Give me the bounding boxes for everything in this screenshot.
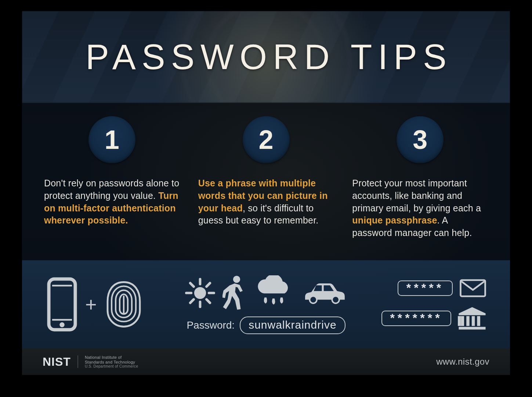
footer: NIST National Institute of Standards and… bbox=[22, 348, 510, 375]
svg-point-4 bbox=[59, 322, 65, 328]
tip-2: 2 Use a phrase with multiple words that … bbox=[198, 116, 334, 249]
bank-icon bbox=[458, 306, 486, 330]
pedestrian-icon bbox=[222, 275, 247, 311]
tip-badge-2: 2 bbox=[243, 116, 290, 163]
fingerprint-icon bbox=[104, 277, 144, 332]
masked-password-2: ******* bbox=[381, 311, 451, 326]
svg-rect-22 bbox=[458, 316, 461, 326]
tip-3-pre: Protect your most important accounts, li… bbox=[352, 178, 481, 213]
header-band: PASSWORD TIPS bbox=[22, 11, 510, 103]
icon-band: + bbox=[22, 260, 510, 348]
svg-point-16 bbox=[333, 297, 339, 303]
footer-divider bbox=[77, 355, 78, 368]
svg-rect-23 bbox=[459, 327, 485, 329]
svg-rect-18 bbox=[461, 316, 464, 326]
icon-col-mfa: + bbox=[44, 277, 184, 332]
nist-logo: NIST bbox=[43, 355, 71, 369]
svg-rect-20 bbox=[472, 316, 475, 326]
svg-rect-19 bbox=[466, 316, 470, 326]
tip-badge-1: 1 bbox=[88, 116, 135, 163]
svg-point-5 bbox=[194, 287, 206, 299]
svg-point-15 bbox=[310, 297, 316, 303]
tip-1: 1 Don't rely on passwords alone to prote… bbox=[44, 116, 180, 249]
masked-password-1: ***** bbox=[398, 280, 453, 296]
footer-logo-block: NIST National Institute of Standards and… bbox=[43, 355, 138, 369]
svg-line-12 bbox=[190, 299, 193, 303]
car-icon bbox=[300, 278, 348, 308]
footer-url: www.nist.gov bbox=[436, 357, 489, 367]
plus-icon: + bbox=[85, 293, 97, 316]
svg-line-13 bbox=[206, 283, 210, 286]
tip-badge-3: 3 bbox=[397, 116, 444, 163]
page-title: PASSWORD TIPS bbox=[80, 37, 452, 77]
password-value-box: sunwalkraindrive bbox=[240, 316, 345, 334]
nist-sub-line2: Standards and Technology bbox=[85, 360, 138, 364]
icon-col-unique: ***** ******* bbox=[348, 278, 488, 330]
phone-icon bbox=[46, 277, 79, 332]
icon-col-passphrase: Password: sunwalkraindrive bbox=[184, 275, 348, 334]
svg-point-14 bbox=[233, 276, 240, 283]
svg-rect-21 bbox=[477, 316, 480, 326]
rain-cloud-icon bbox=[253, 275, 294, 311]
nist-subtitle: National Institute of Standards and Tech… bbox=[85, 355, 138, 368]
nist-sub-line3: U.S. Department of Commerce bbox=[85, 364, 138, 368]
tip-3: 3 Protect your most important accounts, … bbox=[352, 116, 488, 249]
sun-icon bbox=[184, 277, 216, 309]
envelope-icon bbox=[459, 278, 486, 298]
tip-body-2: Use a phrase with multiple words that yo… bbox=[198, 177, 334, 227]
tip-body-3: Protect your most important accounts, li… bbox=[352, 177, 488, 239]
svg-line-10 bbox=[190, 283, 193, 286]
tip-3-em: unique passphrase bbox=[352, 215, 437, 225]
tip-body-1: Don't rely on passwords alone to protect… bbox=[44, 177, 180, 227]
password-label: Password: bbox=[187, 319, 235, 331]
poster: PASSWORD TIPS 1 Don't rely on passwords … bbox=[22, 11, 510, 375]
tips-row: 1 Don't rely on passwords alone to prote… bbox=[22, 103, 510, 260]
nist-sub-line1: National Institute of bbox=[85, 355, 138, 360]
svg-line-11 bbox=[206, 299, 210, 303]
